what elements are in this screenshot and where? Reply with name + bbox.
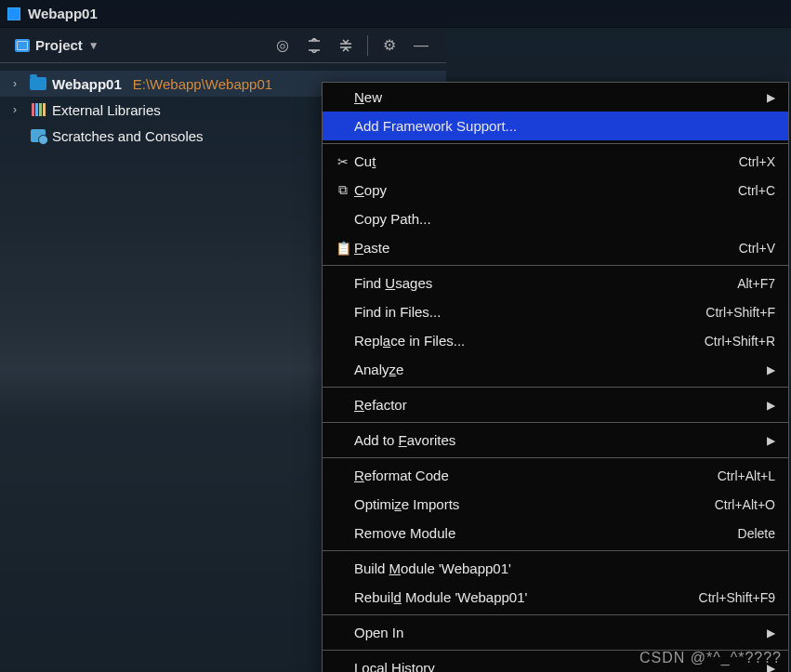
menu-separator: [323, 422, 788, 423]
expand-all-icon[interactable]: [304, 35, 324, 56]
folder-icon: [30, 77, 46, 90]
context-menu: New ▶ Add Framework Support... ✂ Cut Ctr…: [322, 82, 789, 672]
project-view-selector[interactable]: Project ▼: [9, 33, 105, 57]
copy-icon: ⧉: [332, 182, 354, 198]
window-title-bar: Webapp01: [0, 0, 791, 28]
menu-separator: [323, 457, 788, 458]
menu-separator: [323, 614, 788, 615]
collapse-all-icon[interactable]: [336, 35, 356, 56]
hide-icon[interactable]: —: [411, 35, 431, 56]
gear-icon[interactable]: ⚙: [379, 35, 400, 56]
cut-icon: ✂: [332, 154, 354, 169]
tree-node-label: Webapp01: [52, 76, 122, 92]
menu-refactor[interactable]: Refactor ▶: [323, 390, 788, 419]
menu-open-in[interactable]: Open In ▶: [323, 618, 788, 647]
paste-icon: 📋: [332, 241, 354, 256]
menu-remove-module[interactable]: Remove Module Delete: [323, 519, 788, 547]
menu-find-in-files[interactable]: Find in Files... Ctrl+Shift+F: [323, 297, 788, 326]
menu-new[interactable]: New ▶: [323, 83, 788, 112]
tree-node-path: E:\Webapp\Webapp01: [133, 76, 272, 92]
locate-icon[interactable]: ◎: [272, 35, 293, 56]
library-icon: [32, 103, 46, 116]
menu-separator: [323, 387, 788, 388]
menu-add-framework-support[interactable]: Add Framework Support...: [323, 112, 788, 140]
submenu-arrow-icon: ▶: [767, 626, 775, 639]
expand-chevron-icon[interactable]: ›: [13, 77, 24, 90]
menu-analyze[interactable]: Analyze ▶: [323, 355, 788, 384]
menu-optimize-imports[interactable]: Optimize Imports Ctrl+Alt+O: [323, 490, 788, 519]
tree-node-label: Scratches and Consoles: [52, 128, 204, 144]
menu-copy-path[interactable]: Copy Path...: [323, 204, 788, 233]
submenu-arrow-icon: ▶: [767, 91, 775, 104]
menu-rebuild-module[interactable]: Rebuild Module 'Webapp01' Ctrl+Shift+F9: [323, 583, 788, 612]
toolbar-divider: [367, 35, 368, 56]
window-title: Webapp01: [28, 6, 98, 21]
menu-replace-in-files[interactable]: Replace in Files... Ctrl+Shift+R: [323, 326, 788, 355]
project-toolbar: Project ▼ ◎ ⚙ —: [0, 28, 446, 63]
submenu-arrow-icon: ▶: [767, 399, 775, 412]
menu-copy[interactable]: ⧉ Copy Ctrl+C: [323, 176, 788, 204]
project-label: Project: [35, 37, 83, 53]
submenu-arrow-icon: ▶: [767, 434, 775, 447]
menu-separator: [323, 265, 788, 266]
menu-reformat-code[interactable]: Reformat Code Ctrl+Alt+L: [323, 461, 788, 490]
watermark: CSDN @*^_^*????: [639, 650, 782, 666]
menu-separator: [323, 550, 788, 551]
submenu-arrow-icon: ▶: [767, 363, 775, 376]
menu-find-usages[interactable]: Find Usages Alt+F7: [323, 269, 788, 297]
tree-node-label: External Libraries: [52, 102, 161, 118]
app-icon: [7, 7, 20, 20]
menu-add-to-favorites[interactable]: Add to Favorites ▶: [323, 426, 788, 455]
menu-paste[interactable]: 📋 Paste Ctrl+V: [323, 233, 788, 262]
scratch-icon: [31, 129, 46, 142]
chevron-down-icon: ▼: [88, 39, 99, 52]
expand-chevron-icon[interactable]: ›: [13, 103, 24, 116]
menu-cut[interactable]: ✂ Cut Ctrl+X: [323, 147, 788, 176]
menu-build-module[interactable]: Build Module 'Webapp01': [323, 554, 788, 583]
project-icon: [15, 39, 30, 52]
menu-separator: [323, 143, 788, 144]
